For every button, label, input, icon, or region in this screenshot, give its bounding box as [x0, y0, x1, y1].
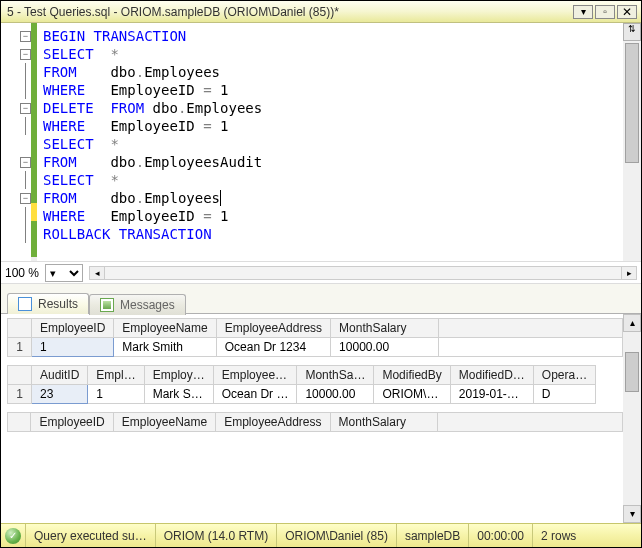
close-button[interactable]: ✕: [617, 5, 637, 19]
grid-3[interactable]: EmployeeID EmployeeName EmployeeAddress …: [7, 412, 623, 432]
grid2-col-7[interactable]: Opera…: [533, 366, 595, 385]
grid1-cell-2[interactable]: Ocean Dr 1234: [216, 338, 330, 357]
title-bar: 5 - Test Queries.sql - ORIOM.sampleDB (O…: [1, 1, 641, 23]
grid2-cell-7[interactable]: D: [533, 385, 595, 404]
result-grids: EmployeeID EmployeeName EmployeeAddress …: [1, 314, 623, 523]
grid2-col-1[interactable]: Empl…: [88, 366, 144, 385]
outline-gutter[interactable]: −−−−−: [1, 23, 31, 261]
grid3-col-0[interactable]: EmployeeID: [31, 413, 113, 432]
grid1-cell-pad: [438, 338, 622, 357]
grid1-col-pad: [438, 319, 622, 338]
vscroll-down[interactable]: ▾: [623, 505, 641, 523]
minimize-button[interactable]: ▾: [573, 5, 593, 19]
success-icon: ✓: [5, 528, 21, 544]
tab-results[interactable]: Results: [7, 293, 89, 314]
grid2-col-2[interactable]: Employ…: [144, 366, 213, 385]
tab-results-label: Results: [38, 297, 78, 311]
scroll-sync-button[interactable]: ⇅: [623, 23, 641, 41]
grid2-cell-0[interactable]: 23: [32, 385, 88, 404]
grid2-cell-2[interactable]: Mark S…: [144, 385, 213, 404]
hscroll-left[interactable]: ◂: [89, 266, 105, 280]
grid2-corner[interactable]: [8, 366, 32, 385]
maximize-button[interactable]: ▫: [595, 5, 615, 19]
tab-messages-label: Messages: [120, 298, 175, 312]
grid3-col-2[interactable]: EmployeeAddress: [216, 413, 330, 432]
grid1-col-3[interactable]: MonthSalary: [331, 319, 439, 338]
grid2-cell-1[interactable]: 1: [88, 385, 144, 404]
table-row[interactable]: 1 1 Mark Smith Ocean Dr 1234 10000.00: [8, 338, 623, 357]
vscroll-up[interactable]: ▴: [623, 314, 641, 332]
sql-editor[interactable]: −−−−− BEGIN TRANSACTIONSELECT *FROM dbo.…: [1, 23, 641, 262]
status-db: sampleDB: [396, 524, 468, 547]
tab-messages[interactable]: Messages: [89, 294, 186, 315]
results-vertical-scrollbar[interactable]: ▴ ▾: [623, 314, 641, 523]
window-buttons: ▾ ▫ ✕: [573, 5, 637, 19]
zoom-percent: 100 %: [5, 266, 39, 280]
editor-vertical-scrollbar[interactable]: ⇅: [623, 23, 641, 261]
results-pane: EmployeeID EmployeeName EmployeeAddress …: [1, 314, 641, 523]
scroll-thumb[interactable]: [625, 43, 639, 163]
grid2-cell-5[interactable]: ORIOM\…: [374, 385, 450, 404]
grid1-col-0[interactable]: EmployeeID: [31, 319, 113, 338]
code-area[interactable]: BEGIN TRANSACTIONSELECT *FROM dbo.Employ…: [37, 23, 623, 261]
grid2-cell-4[interactable]: 10000.00: [297, 385, 374, 404]
vscroll-thumb[interactable]: [625, 352, 639, 392]
grid1-cell-3[interactable]: 10000.00: [331, 338, 439, 357]
grid1-col-1[interactable]: EmployeeName: [114, 319, 216, 338]
editor-horizontal-scrollbar[interactable]: ◂ ▸: [89, 266, 637, 280]
grid2-col-5[interactable]: ModifiedBy: [374, 366, 450, 385]
grid2-col-4[interactable]: MonthSa…: [297, 366, 374, 385]
grid2-rownum[interactable]: 1: [8, 385, 32, 404]
hscroll-right[interactable]: ▸: [621, 266, 637, 280]
status-server: ORIOM (14.0 RTM): [155, 524, 276, 547]
grid1-corner[interactable]: [8, 319, 32, 338]
status-elapsed: 00:00:00: [468, 524, 532, 547]
grid2-col-6[interactable]: ModifiedD…: [450, 366, 533, 385]
zoom-dropdown[interactable]: ▾: [45, 264, 83, 282]
table-row[interactable]: 1 23 1 Mark S… Ocean Dr … 10000.00 ORIOM…: [8, 385, 596, 404]
results-grid-icon: [18, 297, 32, 311]
vscroll-track[interactable]: [623, 332, 641, 505]
results-tabstrip: Results Messages: [1, 284, 641, 314]
grid1-cell-1[interactable]: Mark Smith: [114, 338, 216, 357]
status-user: ORIOM\Daniel (85): [276, 524, 396, 547]
grid1-rownum[interactable]: 1: [8, 338, 32, 357]
messages-icon: [100, 298, 114, 312]
scroll-track[interactable]: [623, 41, 641, 261]
grid3-corner[interactable]: [8, 413, 31, 432]
grid2-cell-6[interactable]: 2019-01-…: [450, 385, 533, 404]
grid-1[interactable]: EmployeeID EmployeeName EmployeeAddress …: [7, 318, 623, 357]
status-bar: ✓ Query executed su… ORIOM (14.0 RTM) OR…: [1, 523, 641, 547]
grid3-col-3[interactable]: MonthSalary: [330, 413, 438, 432]
grid2-cell-3[interactable]: Ocean Dr …: [213, 385, 297, 404]
grid3-col-1[interactable]: EmployeeName: [113, 413, 215, 432]
grid2-col-0[interactable]: AuditID: [32, 366, 88, 385]
grid1-cell-0[interactable]: 1: [31, 338, 113, 357]
status-message: Query executed su…: [25, 524, 155, 547]
hscroll-track[interactable]: [105, 266, 621, 280]
editor-footer: 100 % ▾ ◂ ▸: [1, 262, 641, 284]
grid2-col-3[interactable]: Employee…: [213, 366, 297, 385]
grid1-col-2[interactable]: EmployeeAddress: [216, 319, 330, 338]
grid-2[interactable]: AuditID Empl… Employ… Employee… MonthSa……: [7, 365, 623, 404]
grid3-col-pad: [438, 413, 623, 432]
status-rows: 2 rows: [532, 524, 584, 547]
window-title: 5 - Test Queries.sql - ORIOM.sampleDB (O…: [7, 5, 567, 19]
